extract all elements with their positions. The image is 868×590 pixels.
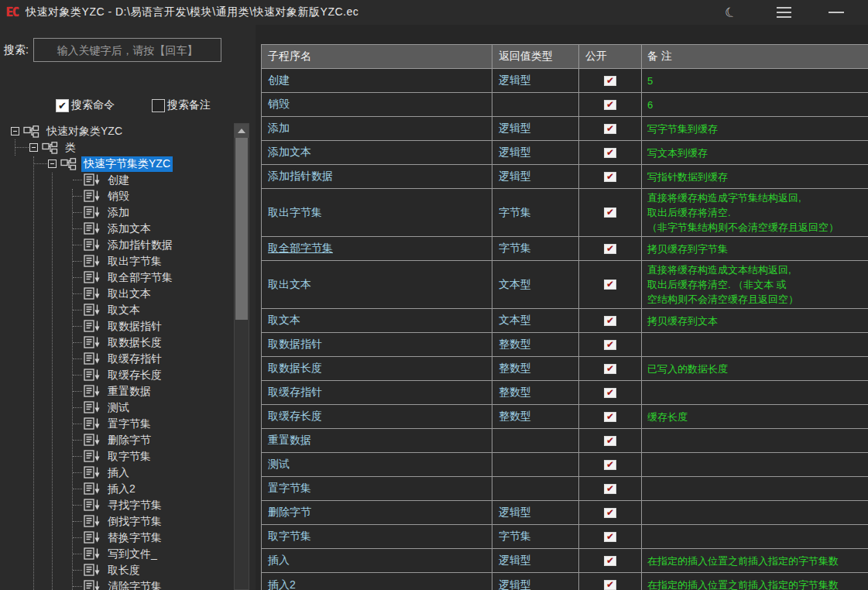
tree-item-label: 置字节集 <box>105 417 153 432</box>
method-icon <box>83 222 101 235</box>
tree-item-method[interactable]: 添加指针数据 <box>0 237 228 253</box>
tree-scrollbar[interactable] <box>234 123 249 590</box>
table-row[interactable]: 取缓存长度整数型✔缓存长度 <box>262 405 868 429</box>
tree-item-method[interactable]: 销毁 <box>0 188 228 204</box>
table-row[interactable]: 取文本文本型✔拷贝缓存到文本 <box>262 309 868 333</box>
search-input[interactable] <box>33 38 221 62</box>
tree-item-method[interactable]: 重置数据 <box>0 383 228 400</box>
table-row[interactable]: 插入2逻辑型✔在指定的插入位置之前插入指定的字节集数 <box>262 573 868 590</box>
tree-item-method[interactable]: 取字节集 <box>0 448 228 465</box>
table-row[interactable]: 取全部字节集字节集✔拷贝缓存到字节集 <box>262 237 868 261</box>
tree-connector <box>73 570 82 571</box>
table-row[interactable]: 取字节集字节集✔ <box>262 525 868 549</box>
method-icon <box>83 255 101 268</box>
header-remark[interactable]: 备 注 <box>642 45 868 68</box>
method-icon <box>83 482 101 496</box>
tree-item-method[interactable]: 写到文件_ <box>0 546 228 562</box>
tree-item-label: 取出文本 <box>105 286 153 302</box>
table-row[interactable]: 添加逻辑型✔写字节集到缓存 <box>262 117 868 141</box>
table-row[interactable]: 插入逻辑型✔在指定的插入位置之前插入指定的字节集数 <box>262 549 868 573</box>
table-row[interactable]: 置字节集✔ <box>262 477 868 501</box>
subroutine-name: 取字节集 <box>268 530 311 544</box>
tree-item-method[interactable]: 替换字节集 <box>0 530 228 546</box>
tree-item-label: 取缓存指针 <box>105 352 164 367</box>
scroll-up-button[interactable] <box>235 124 249 138</box>
tree-item-label: 类 <box>63 140 78 156</box>
remark-text: 缓存长度 <box>647 410 688 424</box>
tree-item-class[interactable]: 快速字节集类YZC <box>0 156 228 172</box>
table-row[interactable]: 测试✔ <box>262 453 868 477</box>
tree-item-method[interactable]: 取全部字节集 <box>0 269 228 286</box>
tree-item-method[interactable]: 倒找字节集 <box>0 513 228 530</box>
tree-item-method[interactable]: 取长度 <box>0 562 228 578</box>
method-icon <box>83 238 101 252</box>
tree-item-method[interactable]: 添加文本 <box>0 221 228 237</box>
tree-item-method[interactable]: 取缓存指针 <box>0 351 228 367</box>
tree-item-label: 添加文本 <box>105 221 153 237</box>
tree-item-method[interactable]: 添加 <box>0 204 228 221</box>
remark-text: 已写入的数据长度 <box>647 362 728 376</box>
return-type: 逻辑型 <box>499 74 531 87</box>
search-commands-option[interactable]: ✔ 搜索命令 <box>56 98 115 112</box>
tree-item-method[interactable]: 取出文本 <box>0 286 228 302</box>
tree-item-method[interactable]: 删除字节 <box>0 432 228 448</box>
tree-item-label: 替换字节集 <box>105 530 164 546</box>
tree-connector <box>73 212 82 213</box>
hamburger-menu-icon <box>777 7 791 18</box>
header-subroutine-name[interactable]: 子程序名 <box>262 45 492 68</box>
collapse-toggle-icon[interactable] <box>29 143 38 152</box>
table-row[interactable]: 取数据指针整数型✔ <box>262 333 868 357</box>
return-type: 逻辑型 <box>499 506 531 520</box>
tree-item-class[interactable]: 快速对象类YZC <box>0 123 228 139</box>
remark-text: 6 <box>647 98 653 112</box>
collapse-toggle-icon[interactable] <box>11 127 19 135</box>
remark-text: 在指定的插入位置之前插入指定的字节集数 <box>647 578 839 590</box>
header-public[interactable]: 公开 <box>579 45 642 68</box>
tree-item-method[interactable]: 寻找字节集 <box>0 497 228 513</box>
table-row[interactable]: 添加指针数据逻辑型✔写指针数据到缓存 <box>262 165 868 189</box>
tree-connector <box>73 489 82 489</box>
table-row[interactable]: 取出字节集字节集✔直接将缓存构造成字节集结构返回, 取出后缓存将清空. （非字节… <box>262 189 868 237</box>
table-row[interactable]: 添加文本逻辑型✔写文本到缓存 <box>262 141 868 165</box>
menu-button[interactable] <box>766 0 801 25</box>
subroutine-name: 删除字节 <box>268 506 311 520</box>
sidebar: 搜索: ✔ 搜索命令 搜索备注 快速对象类YZC类快速字节集类YZC创建销毁添加… <box>0 25 256 590</box>
table-row[interactable]: 取缓存指针整数型✔ <box>262 381 868 405</box>
tree-item-class[interactable]: 类 <box>0 139 228 156</box>
header-return-type[interactable]: 返回值类型 <box>492 45 579 68</box>
tree-item-method[interactable]: 取缓存长度 <box>0 367 228 383</box>
tree-item-method[interactable]: 插入2 <box>0 481 228 497</box>
remark-text: 在指定的插入位置之前插入指定的字节集数 <box>647 554 839 568</box>
table-row[interactable]: 取数据长度整数型✔已写入的数据长度 <box>262 357 868 381</box>
tree-item-method[interactable]: 取出字节集 <box>0 253 228 269</box>
checkbox-label: 搜索命令 <box>71 98 115 112</box>
tree-item-method[interactable]: 取文本 <box>0 302 228 318</box>
subroutine-name: 取文本 <box>268 314 300 328</box>
public-checkbox-icon: ✔ <box>604 100 616 110</box>
theme-toggle-button[interactable]: ☾ <box>713 0 749 25</box>
checkbox-checked-icon[interactable]: ✔ <box>56 99 69 112</box>
subroutine-name: 取数据指针 <box>268 338 322 352</box>
table-row[interactable]: 创建逻辑型✔5 <box>262 69 868 93</box>
minimize-button[interactable] <box>818 0 854 25</box>
tree-item-method[interactable]: 置字节集 <box>0 416 228 432</box>
tree-connector <box>73 245 82 245</box>
table-row[interactable]: 销毁✔6 <box>262 93 868 117</box>
tree-item-method[interactable]: 插入 <box>0 465 228 481</box>
tree-item-method[interactable]: 清除字节集 <box>0 578 228 590</box>
return-type: 字节集 <box>499 242 531 256</box>
tree-item-method[interactable]: 取数据长度 <box>0 334 228 351</box>
tree-connector <box>73 261 82 262</box>
table-row[interactable]: 重置数据✔ <box>262 429 868 453</box>
scrollbar-thumb[interactable] <box>235 138 248 320</box>
tree-item-method[interactable]: 测试 <box>0 400 228 416</box>
table-row[interactable]: 取出文本文本型✔直接将缓存构造成文本结构返回, 取出后缓存将清空. （非文本 或… <box>262 261 868 309</box>
search-remarks-option[interactable]: 搜索备注 <box>152 98 211 112</box>
collapse-toggle-icon[interactable] <box>48 160 57 168</box>
tree-connector <box>73 424 82 424</box>
return-type: 逻辑型 <box>499 146 531 160</box>
tree-item-method[interactable]: 取数据指针 <box>0 318 228 334</box>
checkbox-unchecked-icon[interactable] <box>152 99 165 112</box>
tree-item-method[interactable]: 创建 <box>0 172 228 188</box>
table-row[interactable]: 删除字节逻辑型✔ <box>262 501 868 525</box>
